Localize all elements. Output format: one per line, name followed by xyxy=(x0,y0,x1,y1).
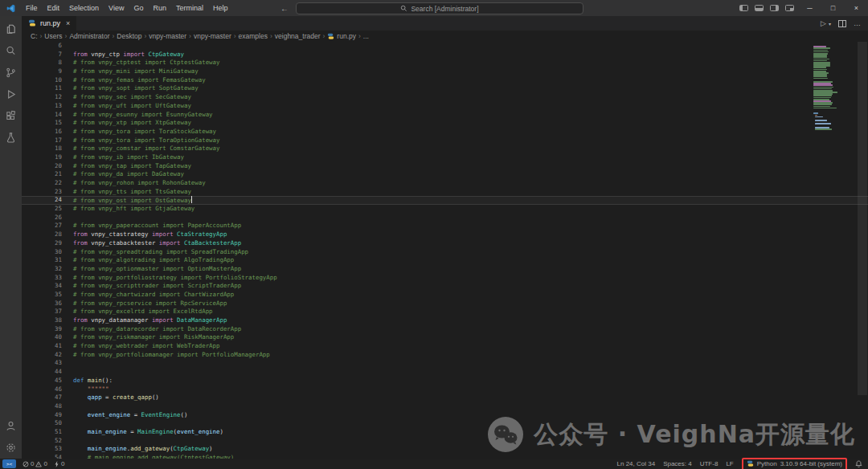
breadcrumb-item[interactable]: vnpy-master xyxy=(194,32,231,40)
code-line[interactable]: 22# from vnpy_rohon import RohonGateway xyxy=(22,179,868,188)
breadcrumb-item[interactable]: examples xyxy=(239,32,268,40)
code-line[interactable]: 23# from vnpy_tts import TtsGateway xyxy=(22,188,868,197)
code-line[interactable]: 14# from vnpy_esunny import EsunnyGatewa… xyxy=(22,111,868,120)
python-interpreter-status[interactable]: Python 3.10.9 64-bit (system) xyxy=(747,460,842,467)
run-python-file-button[interactable]: ▷ xyxy=(821,19,826,27)
code-line[interactable]: 51 main_engine = MainEngine(event_engine… xyxy=(22,428,868,437)
code-line[interactable]: 16# from vnpy_tora import ToraStockGatew… xyxy=(22,128,868,137)
code-line[interactable]: 40# from vnpy_riskmanager import RiskMan… xyxy=(22,333,868,342)
code-line[interactable]: 15# from vnpy_xtp import XtpGateway xyxy=(22,119,868,128)
code-line[interactable]: 27# from vnpy_paperaccount import PaperA… xyxy=(22,222,868,230)
code-line[interactable]: 46 """""" xyxy=(22,385,868,394)
code-line[interactable]: 45def main(): xyxy=(22,377,868,385)
menu-view[interactable]: View xyxy=(104,4,129,12)
activitybar-settings[interactable] xyxy=(0,437,22,459)
breadcrumb-item[interactable]: veighna_trader xyxy=(275,32,321,40)
encoding-status[interactable]: UTF-8 xyxy=(700,460,719,467)
menu-edit[interactable]: Edit xyxy=(43,4,65,12)
code-line[interactable]: 17# from vnpy_tora import ToraOptionGate… xyxy=(22,137,868,145)
command-center-search[interactable]: Search [Administrator] xyxy=(296,2,583,14)
breadcrumb-file[interactable]: run.py xyxy=(327,32,356,40)
code-line[interactable]: 36# from vnpy_rpcservice import RpcServi… xyxy=(22,300,868,308)
toggle-sidebar-icon[interactable] xyxy=(739,5,748,11)
eol-status[interactable]: LF xyxy=(726,460,733,467)
more-actions-icon[interactable]: … xyxy=(854,19,861,27)
code-line[interactable]: 53 main_engine.add_gateway(CtpGateway) xyxy=(22,445,868,454)
code-line[interactable]: 7from vnpy_ctp import CtpGateway xyxy=(22,51,868,59)
activitybar-explorer[interactable] xyxy=(0,18,22,40)
code-line[interactable]: 6 xyxy=(22,42,868,51)
breadcrumb-item[interactable]: Users xyxy=(44,32,62,40)
code-line[interactable]: 47 qapp = create_qapp() xyxy=(22,394,868,402)
close-button[interactable]: × xyxy=(845,0,868,16)
code-line[interactable]: 19# from vnpy_ib import IbGateway xyxy=(22,153,868,162)
code-line[interactable]: 30# from vnpy_spreadtrading import Sprea… xyxy=(22,248,868,257)
code-line[interactable]: 52 xyxy=(22,437,868,446)
menu-go[interactable]: Go xyxy=(129,4,148,12)
code-line[interactable]: 39# from vnpy_datarecorder import DataRe… xyxy=(22,325,868,334)
code-line[interactable]: 10# from vnpy_femas import FemasGateway xyxy=(22,76,868,85)
code-line[interactable]: 21# from vnpy_da import DaGateway xyxy=(22,170,868,179)
notifications-bell-icon[interactable] xyxy=(855,460,862,467)
nav-back-button[interactable]: ← xyxy=(280,0,289,16)
code-line[interactable]: 43 xyxy=(22,359,868,368)
tab-run-py[interactable]: run.py × xyxy=(22,16,76,31)
activitybar-testing[interactable] xyxy=(0,127,22,149)
indentation-status[interactable]: Spaces: 4 xyxy=(663,460,692,467)
code-line[interactable]: 24# from vnpy_ost import OstGateway xyxy=(22,196,868,205)
code-line[interactable]: 42# from vnpy_portfoliomanager import Po… xyxy=(22,351,868,360)
activitybar-extensions[interactable] xyxy=(0,105,22,127)
activitybar-search[interactable] xyxy=(0,40,22,62)
split-editor-icon[interactable] xyxy=(838,20,846,27)
minimize-button[interactable]: ─ xyxy=(798,0,821,16)
toggle-panel-icon[interactable] xyxy=(755,5,764,11)
editor[interactable]: 67from vnpy_ctp import CtpGateway8# from… xyxy=(22,42,868,459)
aux-indicator[interactable]: 0 xyxy=(54,460,64,467)
code-line[interactable]: 50 xyxy=(22,419,868,428)
code-line[interactable]: 41# from vnpy_webtrader import WebTrader… xyxy=(22,342,868,351)
code-line[interactable]: 20# from vnpy_tap import TapGateway xyxy=(22,162,868,171)
run-dropdown-icon[interactable]: ▾ xyxy=(829,21,831,27)
code-line[interactable]: 8# from vnpy_ctptest import CtptestGatew… xyxy=(22,59,868,67)
code-line[interactable]: 49 event_engine = EventEngine() xyxy=(22,411,868,420)
breadcrumb-item[interactable]: Desktop xyxy=(117,32,141,40)
code-line[interactable]: 38from vnpy_datamanager import DataManag… xyxy=(22,316,868,325)
code-line[interactable]: 44 xyxy=(22,368,868,377)
remote-indicator[interactable]: >< xyxy=(2,459,16,468)
breadcrumb-item[interactable]: Administrator xyxy=(69,32,109,40)
breadcrumb-overflow[interactable]: ... xyxy=(363,32,369,40)
problems-indicator[interactable]: 0 0 xyxy=(23,460,47,467)
code-line[interactable]: 31# from vnpy_algotrading import AlgoTra… xyxy=(22,256,868,265)
code-line[interactable]: 28from vnpy_ctastrategy import CtaStrate… xyxy=(22,230,868,239)
code-line[interactable]: 13# from vnpy_uft import UftGateway xyxy=(22,102,868,111)
menu-file[interactable]: File xyxy=(21,4,43,12)
cursor-position-status[interactable]: Ln 24, Col 34 xyxy=(617,460,656,467)
customize-layout-icon[interactable] xyxy=(785,5,794,11)
code-line[interactable]: 35# from vnpy_chartwizard import ChartWi… xyxy=(22,291,868,300)
activitybar-source-control[interactable] xyxy=(0,62,22,84)
code-line[interactable]: 32# from vnpy_optionmaster import Option… xyxy=(22,265,868,274)
code-line[interactable]: 18# from vnpy_comstar import ComstarGate… xyxy=(22,145,868,153)
menu-run[interactable]: Run xyxy=(148,4,171,12)
vertical-scrollbar[interactable] xyxy=(858,42,867,395)
breadcrumb-item[interactable]: vnpy-master xyxy=(149,32,186,40)
toggle-secondary-sidebar-icon[interactable] xyxy=(770,5,779,11)
minimap[interactable] xyxy=(813,42,857,459)
code-line[interactable]: 26 xyxy=(22,214,868,222)
menu-terminal[interactable]: Terminal xyxy=(171,4,208,12)
code-line[interactable]: 34# from vnpy_scripttrader import Script… xyxy=(22,282,868,291)
code-line[interactable]: 25# from vnpy_hft import GtjaGateway xyxy=(22,205,868,214)
tab-close-icon[interactable]: × xyxy=(66,19,70,27)
code-line[interactable]: 37# from vnpy_excelrtd import ExcelRtdAp… xyxy=(22,308,868,316)
activitybar-run-debug[interactable] xyxy=(0,84,22,105)
code-line[interactable]: 48 xyxy=(22,402,868,411)
code-line[interactable]: 33# from vnpy_portfoliostrategy import P… xyxy=(22,274,868,283)
code-line[interactable]: 11# from vnpy_sopt import SoptGateway xyxy=(22,84,868,93)
code-line[interactable]: 29from vnpy_ctabacktester import CtaBack… xyxy=(22,239,868,248)
menu-help[interactable]: Help xyxy=(208,4,233,12)
activitybar-account[interactable] xyxy=(0,415,22,437)
code-line[interactable]: 9# from vnpy_mini import MiniGateway xyxy=(22,67,868,76)
breadcrumb-item[interactable]: C: xyxy=(31,32,38,40)
menu-selection[interactable]: Selection xyxy=(64,4,104,12)
maximize-button[interactable]: □ xyxy=(821,0,845,16)
